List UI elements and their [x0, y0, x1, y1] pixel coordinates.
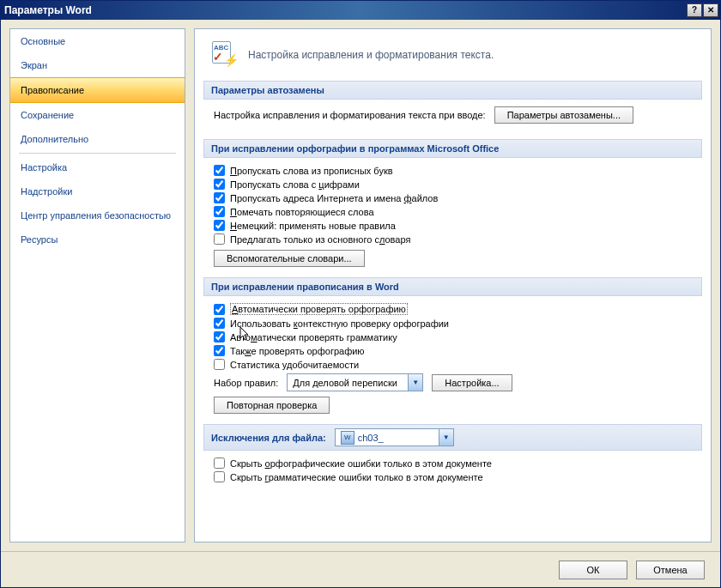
context-spell-checkbox[interactable]: [214, 318, 225, 329]
auto-grammar-checkbox[interactable]: [214, 331, 225, 342]
auto-spell-checkbox[interactable]: [214, 304, 225, 315]
help-button[interactable]: ?: [687, 3, 702, 17]
word-spell-section: Автоматически проверять орфографию Испол…: [203, 303, 702, 424]
nav-addins[interactable]: Надстройки: [10, 179, 185, 203]
exceptions-section: Скрыть орфографические ошибки только в э…: [203, 458, 702, 495]
ignore-uppercase-label: Пропускать слова из прописных букв: [230, 166, 393, 176]
nav-proofing[interactable]: Правописание: [10, 77, 185, 103]
hide-grammar-errors-label: Скрыть грамматические ошибки только в эт…: [230, 472, 483, 482]
nav-resources[interactable]: Ресурсы: [10, 227, 185, 252]
autocorrect-section: Настройка исправления и форматирования т…: [203, 106, 702, 139]
nav-save[interactable]: Сохранение: [10, 103, 185, 127]
ignore-numbers-label: Пропускать слова с цифрами: [230, 179, 360, 190]
custom-dictionaries-button[interactable]: Вспомогательные словари...: [214, 250, 365, 267]
autocorrect-section-header: Параметры автозамены: [203, 81, 702, 100]
german-rules-checkbox[interactable]: [214, 220, 225, 231]
word-spell-section-header: При исправлении правописания в Word: [203, 277, 702, 296]
cancel-button[interactable]: Отмена: [636, 561, 705, 579]
rules-set-select[interactable]: Для деловой переписки ▼: [287, 373, 423, 391]
window-title: Параметры Word: [4, 4, 686, 16]
page-header-text: Настройка исправления и форматирования т…: [248, 49, 494, 61]
titlebar: Параметры Word ? ✕: [1, 1, 720, 20]
autocorrect-desc: Настройка исправления и форматирования т…: [214, 110, 486, 120]
main-dict-only-checkbox[interactable]: [214, 233, 225, 245]
ok-button[interactable]: ОК: [559, 561, 627, 579]
main-dict-only-label: Предлагать только из основного словаря: [230, 234, 410, 245]
also-spell-checkbox[interactable]: [214, 345, 225, 356]
close-button[interactable]: ✕: [703, 3, 718, 17]
autocorrect-options-button[interactable]: Параметры автозамены...: [494, 106, 633, 124]
office-spell-section: Пропускать слова из прописных букв Пропу…: [203, 165, 702, 277]
dialog-body: Основные Экран Правописание Сохранение Д…: [1, 20, 720, 551]
page-header: ABC ✓ ⚡ Настройка исправления и форматир…: [203, 38, 702, 81]
chevron-down-icon: ▼: [408, 374, 422, 391]
word-file-icon: W: [341, 431, 354, 445]
hide-grammar-errors-checkbox[interactable]: [214, 471, 225, 482]
nav-advanced[interactable]: Дополнительно: [10, 127, 185, 151]
auto-spell-label: Автоматически проверять орфографию: [230, 303, 408, 315]
readability-stats-label: Статистика удобочитаемости: [230, 360, 359, 370]
rules-set-label: Набор правил:: [214, 378, 278, 388]
dialog-footer: ОК Отмена: [1, 551, 720, 587]
window-controls: ? ✕: [686, 3, 718, 17]
flag-repeated-label: Помечать повторяющиеся слова: [230, 207, 374, 217]
context-spell-label: Использовать контекстную проверку орфогр…: [230, 318, 449, 329]
ignore-numbers-checkbox[interactable]: [214, 179, 225, 190]
category-sidebar: Основные Экран Правописание Сохранение Д…: [9, 28, 185, 543]
ignore-uppercase-checkbox[interactable]: [214, 165, 225, 176]
nav-general[interactable]: Основные: [10, 29, 185, 53]
exceptions-file-select[interactable]: W ch03_ ▼: [335, 428, 454, 446]
grammar-settings-button[interactable]: Настройка...: [432, 374, 512, 391]
auto-grammar-label: Автоматически проверять грамматику: [230, 332, 397, 342]
options-window: Параметры Word ? ✕ Основные Экран Правоп…: [0, 0, 721, 588]
german-rules-label: Немецкий: применять новые правила: [230, 221, 396, 231]
nav-separator: [19, 153, 176, 154]
exceptions-section-header: Исключения для файла: W ch03_ ▼: [203, 424, 702, 451]
nav-trust-center[interactable]: Центр управления безопасностью: [10, 203, 185, 227]
nav-customize[interactable]: Настройка: [10, 155, 185, 179]
proofing-icon: ABC ✓ ⚡: [210, 41, 238, 69]
also-spell-label: Также проверять орфографию: [230, 346, 365, 356]
recheck-document-button[interactable]: Повторная проверка: [214, 397, 330, 414]
flag-repeated-checkbox[interactable]: [214, 206, 225, 217]
ignore-urls-label: Пропускать адреса Интернета и имена файл…: [230, 193, 438, 203]
hide-spell-errors-label: Скрыть орфографические ошибки только в э…: [230, 458, 492, 469]
hide-spell-errors-checkbox[interactable]: [214, 458, 225, 469]
nav-display[interactable]: Экран: [10, 53, 185, 77]
exceptions-label: Исключения для файла:: [211, 433, 326, 443]
chevron-down-icon: ▼: [439, 429, 453, 446]
readability-stats-checkbox[interactable]: [214, 359, 225, 370]
content-panel: ABC ✓ ⚡ Настройка исправления и форматир…: [194, 28, 712, 543]
office-spell-section-header: При исправлении орфографии в программах …: [203, 139, 702, 158]
ignore-urls-checkbox[interactable]: [214, 192, 225, 203]
